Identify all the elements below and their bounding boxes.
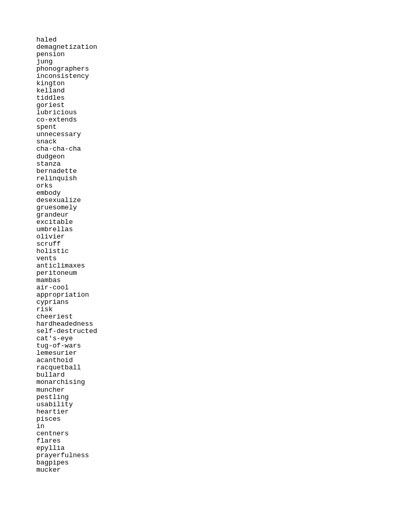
list-item: mambas [36,277,399,284]
list-item: self-destructed [36,328,399,335]
list-item: muncher [36,387,399,394]
list-item: bernadette [36,168,399,175]
list-item: cheeriest [36,313,399,321]
list-item: usability [36,401,399,408]
list-item: grandeur [36,211,399,219]
list-item: inconsistency [36,73,399,80]
list-item: racquetball [36,364,399,371]
list-item: risk [36,306,399,313]
list-item: bullard [36,371,399,379]
list-item: vents [36,255,399,262]
list-item: cyprians [36,299,399,306]
list-item: co-extends [36,116,399,124]
list-item: appropriation [36,291,399,299]
list-item: mucker [36,467,399,474]
list-item: kington [36,80,399,87]
list-item: pension [36,51,399,58]
list-item: pisces [36,416,399,423]
list-item: relinquish [36,175,399,182]
list-item: dudgeon [36,153,399,161]
list-item: embody [36,190,399,197]
list-item: phonographers [36,65,399,73]
list-item: cha-cha-cha [36,145,399,153]
list-item: hardheadedness [36,321,399,328]
list-item: cat's-eye [36,335,399,342]
list-item: pestling [36,394,399,401]
list-item: haled [36,36,399,44]
list-item: scruff [36,241,399,248]
list-item: orks [36,182,399,190]
list-item: spent [36,124,399,131]
list-item: peritoneum [36,270,399,277]
list-item: lubricious [36,109,399,116]
list-item: goriest [36,102,399,109]
list-item: umbrellas [36,226,399,233]
list-item: anticlimaxes [36,262,399,270]
list-item: gruesomely [36,204,399,211]
list-item: in [36,423,399,430]
list-item: epyllia [36,445,399,452]
list-item: kelland [36,87,399,95]
list-item: acanthoid [36,357,399,364]
list-item: prayerfulness [36,452,399,459]
list-item: tiddles [36,95,399,102]
list-item: air-cool [36,284,399,291]
list-item: stanza [36,161,399,168]
list-item: jung [36,58,399,65]
list-item: flares [36,437,399,445]
list-item: tug-of-wars [36,342,399,350]
list-item: monarchising [36,379,399,386]
list-item: desexualize [36,197,399,204]
list-item: heartier [36,408,399,416]
word-list: haleddemagnetizationpensionjungphonograp… [0,0,399,495]
list-item: snack [36,138,399,145]
list-item: demagnetization [36,44,399,51]
list-item: lemesurier [36,350,399,357]
list-item: centners [36,430,399,437]
list-item: olivier [36,233,399,241]
list-item: unnecessary [36,131,399,138]
list-item: holistic [36,248,399,255]
list-item: bagpipes [36,459,399,467]
list-item: excitable [36,219,399,226]
